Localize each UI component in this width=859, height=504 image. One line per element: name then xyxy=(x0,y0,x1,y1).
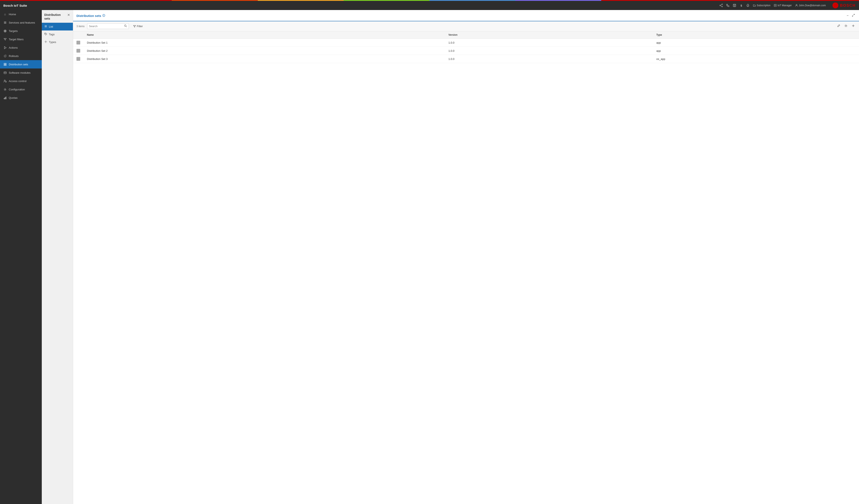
row-checkbox-cell[interactable] xyxy=(73,55,84,63)
sub-panel: Distribution sets ✕ List Tags xyxy=(42,10,73,504)
sidebar-item-home[interactable]: ⌂ Home xyxy=(0,10,42,18)
app-title-group: Bosch IoT Suite xyxy=(3,4,27,7)
minimize-btn[interactable]: − xyxy=(846,13,849,18)
target-filters-icon xyxy=(3,37,7,41)
phone-icon-btn[interactable] xyxy=(726,4,729,7)
table-header-row: Name Version Type xyxy=(73,31,859,39)
sidebar-item-targets[interactable]: Targets xyxy=(0,27,42,35)
main-layout: ⌂ Home Services and features Tar xyxy=(0,10,859,504)
svg-point-37 xyxy=(45,41,46,42)
layout-icon xyxy=(733,4,736,7)
content-header-actions: − xyxy=(846,13,856,21)
svg-rect-20 xyxy=(4,63,5,64)
sub-panel-item-tags[interactable]: Tags xyxy=(42,30,73,38)
sidebar-item-actions[interactable]: Actions xyxy=(0,43,42,52)
row-checkbox[interactable] xyxy=(76,41,80,44)
subscription-btn[interactable]: Subscription xyxy=(753,4,770,7)
sidebar-item-label-target-filters: Target filters xyxy=(9,38,24,41)
list-icon xyxy=(44,25,47,28)
sidebar-item-configuration[interactable]: Configuration xyxy=(0,85,42,93)
content-title-text: Distribution sets xyxy=(76,14,101,17)
user-btn[interactable]: John.Doe@domain.com xyxy=(795,4,826,7)
expand-btn[interactable] xyxy=(851,13,856,18)
row-checkbox-cell[interactable] xyxy=(73,47,84,55)
row-type: app xyxy=(653,39,859,47)
sidebar-item-label-actions: Actions xyxy=(9,46,18,49)
settings-btn[interactable] xyxy=(844,24,848,29)
table-row[interactable]: Distribution Set 2 1.0.0 app xyxy=(73,47,859,55)
sidebar-item-label-quotas: Quotas xyxy=(9,96,17,100)
svg-rect-13 xyxy=(4,21,6,22)
search-icon[interactable] xyxy=(124,25,127,28)
layout-icon-btn[interactable] xyxy=(733,4,736,7)
sidebar-item-rollouts[interactable]: Rollouts xyxy=(0,52,42,60)
sub-panel-item-types[interactable]: Types xyxy=(42,38,73,46)
bell-icon xyxy=(746,4,750,7)
content-title: Distribution sets ⓘ xyxy=(76,14,105,20)
sidebar-item-services[interactable]: Services and features xyxy=(0,18,42,27)
filter-btn[interactable]: Filter xyxy=(131,24,145,29)
filter-label: Filter xyxy=(137,25,143,28)
manager-icon xyxy=(774,4,777,7)
iot-manager-label: IoT Manager xyxy=(778,4,792,7)
sidebar-item-label-targets: Targets xyxy=(9,29,18,33)
svg-point-12 xyxy=(796,4,797,5)
share-icon xyxy=(720,4,723,7)
svg-point-36 xyxy=(45,33,46,34)
info-icon[interactable]: ⓘ xyxy=(102,14,105,17)
bosch-brand-text: BOSCH xyxy=(840,3,856,8)
bell-icon-btn[interactable] xyxy=(746,4,750,7)
row-version: 1.0.0 xyxy=(445,39,653,47)
bosch-circle-icon xyxy=(832,2,838,9)
quotas-icon xyxy=(3,96,7,100)
svg-rect-22 xyxy=(4,64,5,65)
svg-rect-9 xyxy=(774,4,777,7)
app-title: Bosch IoT Suite xyxy=(3,4,27,7)
row-checkbox-cell[interactable] xyxy=(73,39,84,47)
svg-point-29 xyxy=(4,89,6,90)
sidebar-item-target-filters[interactable]: Target filters xyxy=(0,35,42,43)
table-row[interactable]: Distribution Set 1 1.0.0 app xyxy=(73,39,859,47)
subscription-label: Subscription xyxy=(757,4,770,7)
sidebar-item-label-home: Home xyxy=(9,13,16,16)
sub-panel-title: Distribution sets xyxy=(44,13,67,20)
sidebar-item-label-distribution-sets: Distribution sets xyxy=(9,63,28,66)
distribution-sets-table: Name Version Type Distribution Set 1 1.0… xyxy=(73,31,859,63)
user-icon xyxy=(795,4,798,7)
share-icon-btn[interactable] xyxy=(720,4,723,7)
toolbar-right xyxy=(836,24,856,29)
home-icon: ⌂ xyxy=(3,13,7,16)
svg-point-40 xyxy=(124,25,126,27)
sidebar-item-access-control[interactable]: Access control xyxy=(0,77,42,85)
sidebar-item-distribution-sets[interactable]: Distribution sets xyxy=(0,60,42,68)
svg-point-18 xyxy=(5,31,5,31)
table-row[interactable]: Distribution Set 3 1.0.0 os_app xyxy=(73,55,859,63)
sidebar-item-software-modules[interactable]: Software modules xyxy=(0,68,42,77)
row-checkbox[interactable] xyxy=(76,49,80,52)
row-name: Distribution Set 1 xyxy=(84,39,445,47)
filter-icon xyxy=(133,25,136,28)
sub-panel-item-label-types: Types xyxy=(49,41,56,44)
sidebar-item-quotas[interactable]: Quotas xyxy=(0,93,42,102)
row-type: os_app xyxy=(653,55,859,63)
rollouts-icon xyxy=(3,54,7,58)
edit-btn[interactable] xyxy=(836,24,841,29)
svg-point-26 xyxy=(4,80,5,81)
svg-rect-31 xyxy=(5,97,5,99)
add-btn[interactable] xyxy=(851,24,856,29)
col-type: Type xyxy=(653,31,859,39)
sub-panel-item-list[interactable]: List xyxy=(42,23,73,30)
svg-point-0 xyxy=(722,4,723,5)
svg-rect-32 xyxy=(6,97,6,99)
row-checkbox[interactable] xyxy=(76,57,80,61)
dollar-icon-btn[interactable]: § xyxy=(739,4,743,7)
sidebar-item-label-software-modules: Software modules xyxy=(9,71,30,74)
row-name: Distribution Set 3 xyxy=(84,55,445,63)
svg-line-41 xyxy=(126,26,126,27)
sub-panel-close-btn[interactable]: ✕ xyxy=(67,13,71,17)
row-type: app xyxy=(653,47,859,55)
toolbar: 3 items Filter xyxy=(73,21,859,31)
svg-line-3 xyxy=(721,4,722,5)
iot-manager-btn[interactable]: IoT Manager xyxy=(774,4,792,7)
search-input[interactable] xyxy=(89,25,123,28)
